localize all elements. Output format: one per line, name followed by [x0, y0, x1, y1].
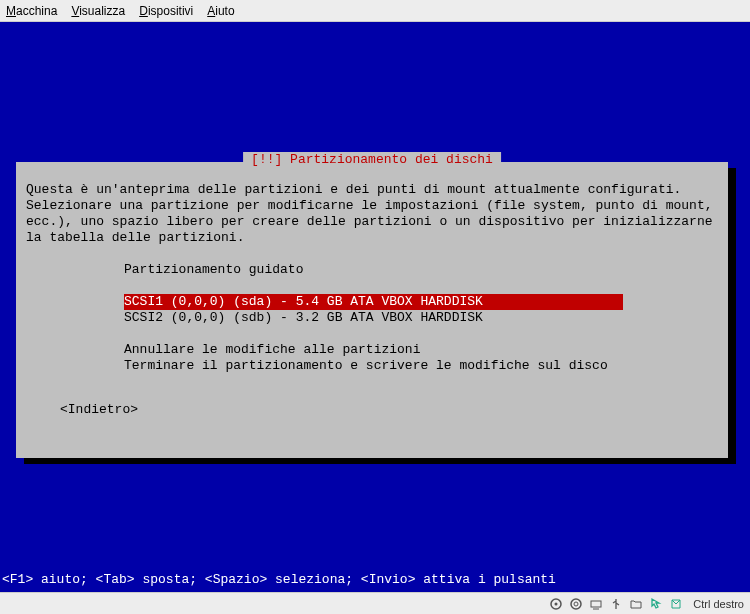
network-icon	[589, 597, 603, 611]
fkey-help-line: <F1> aiuto; <Tab> sposta; <Spazio> selez…	[2, 572, 556, 588]
menu-visualizza[interactable]: Visualizza	[71, 4, 125, 18]
svg-point-3	[574, 602, 578, 606]
mouse-integration-icon	[649, 597, 663, 611]
host-key-icon	[669, 597, 683, 611]
partition-dialog: [!!] Partizionamento dei dischi Questa è…	[16, 162, 728, 458]
menu-item-guided[interactable]: Partizionamento guidato	[124, 262, 718, 278]
vm-statusbar: Ctrl destro	[0, 592, 750, 614]
optical-icon	[569, 597, 583, 611]
menu-aiuto[interactable]: Aiuto	[207, 4, 234, 18]
menu-item-undo[interactable]: Annullare le modifiche alle partizioni	[124, 342, 718, 358]
dialog-description: Questa è un'anteprima delle partizioni e…	[26, 182, 718, 246]
back-button[interactable]: <Indietro>	[60, 402, 138, 418]
host-key-label: Ctrl destro	[693, 598, 744, 610]
shared-folder-icon	[629, 597, 643, 611]
menu-item-finish[interactable]: Terminare il partizionamento e scrivere …	[124, 358, 718, 374]
disk-icon	[549, 597, 563, 611]
menu-dispositivi[interactable]: Dispositivi	[139, 4, 193, 18]
usb-icon	[609, 597, 623, 611]
svg-rect-4	[591, 601, 601, 607]
dialog-title: [!!] Partizionamento dei dischi	[243, 152, 501, 168]
dialog-menu: Partizionamento guidato SCSI1 (0,0,0) (s…	[124, 262, 718, 374]
menu-item-disk-sdb[interactable]: SCSI2 (0,0,0) (sdb) - 3.2 GB ATA VBOX HA…	[124, 310, 718, 326]
terminal-screen: [!!] Partizionamento dei dischi Questa è…	[0, 22, 750, 592]
svg-point-2	[571, 599, 581, 609]
menu-item-disk-sda[interactable]: SCSI1 (0,0,0) (sda) - 5.4 GB ATA VBOX HA…	[124, 294, 623, 310]
menu-macchina[interactable]: Macchina	[6, 4, 57, 18]
menubar: Macchina Visualizza Dispositivi Aiuto	[0, 0, 750, 22]
svg-point-1	[555, 602, 558, 605]
